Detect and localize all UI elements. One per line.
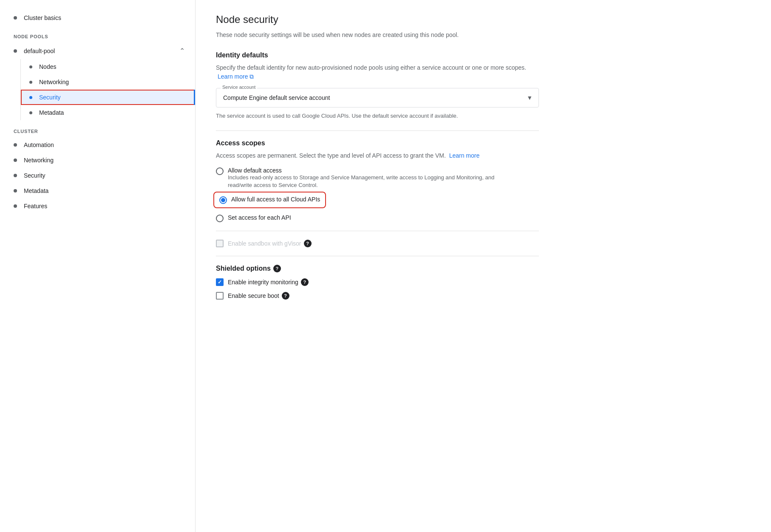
shielded-options-help-icon[interactable]: ? — [273, 265, 281, 272]
access-scopes-desc-text: Access scopes are permanent. Select the … — [216, 152, 446, 159]
radio-allow-full[interactable]: Allow full access to all Cloud APIs — [216, 194, 323, 206]
secure-boot-label: Enable secure boot — [228, 292, 279, 299]
radio-set-access[interactable]: Set access for each API — [216, 214, 751, 222]
access-scopes-radio-group: Allow default access Includes read-only … — [216, 167, 751, 222]
sidebar-item-features[interactable]: Features — [0, 198, 195, 214]
integrity-monitoring-label: Enable integrity monitoring — [228, 279, 298, 286]
sidebar-label-default-pool: default-pool — [24, 48, 55, 54]
main-content: Node security These node security settin… — [196, 0, 771, 532]
service-account-dropdown[interactable]: Service account Compute Engine default s… — [216, 88, 539, 108]
access-scopes-desc: Access scopes are permanent. Select the … — [216, 151, 539, 160]
sidebar: Cluster basics NODE POOLS default-pool ⌃… — [0, 0, 196, 532]
divider-1 — [216, 130, 539, 131]
radio-allow-default-input[interactable] — [216, 167, 224, 175]
sandbox-help-icon[interactable]: ? — [304, 240, 312, 247]
integrity-monitoring-option[interactable]: Enable integrity monitoring ? — [216, 278, 751, 286]
bullet-cluster-networking — [14, 158, 17, 162]
divider-2 — [216, 231, 539, 231]
sidebar-item-cluster-metadata[interactable]: Metadata — [0, 183, 195, 198]
access-scopes-learn-more-link[interactable]: Learn more — [449, 152, 480, 159]
sandbox-checkbox[interactable] — [216, 240, 224, 247]
cluster-header: CLUSTER — [0, 120, 195, 137]
sidebar-item-cluster-networking[interactable]: Networking — [0, 153, 195, 168]
sidebar-label-nodes: Nodes — [39, 63, 56, 70]
radio-allow-default-label: Allow default access — [228, 167, 517, 174]
access-scopes-title: Access scopes — [216, 139, 751, 147]
shielded-options-title: Shielded options — [216, 265, 271, 272]
shielded-options-header: Shielded options ? — [216, 265, 751, 272]
integrity-monitoring-help-icon[interactable]: ? — [301, 278, 309, 286]
radio-allow-full-label: Allow full access to all Cloud APIs — [231, 196, 320, 203]
node-pool-children: Nodes Networking Security Metadata — [20, 59, 195, 120]
sidebar-item-networking[interactable]: Networking — [21, 74, 195, 90]
service-account-select[interactable]: Compute Engine default service account — [216, 88, 539, 107]
bullet-cluster-basics — [14, 16, 17, 20]
sidebar-label-cluster-basics: Cluster basics — [24, 14, 61, 21]
radio-allow-default-labels: Allow default access Includes read-only … — [228, 167, 517, 189]
sidebar-label-automation: Automation — [24, 141, 54, 148]
sidebar-item-nodes[interactable]: Nodes — [21, 59, 195, 74]
bullet-networking — [29, 81, 32, 84]
bullet-default-pool — [14, 49, 17, 53]
sidebar-item-automation[interactable]: Automation — [0, 137, 195, 153]
sidebar-item-cluster-basics[interactable]: Cluster basics — [0, 10, 195, 25]
bullet-automation — [14, 143, 17, 147]
identity-learn-more-link[interactable]: Learn more ⧉ — [218, 73, 254, 80]
sidebar-label-metadata-nodepool: Metadata — [39, 109, 64, 116]
secure-boot-help-icon[interactable]: ? — [282, 292, 289, 300]
radio-allow-full-labels: Allow full access to all Cloud APIs — [231, 196, 320, 203]
divider-3 — [216, 256, 539, 256]
bullet-cluster-security — [14, 174, 17, 177]
sidebar-label-networking: Networking — [39, 79, 69, 85]
sandbox-label: Enable sandbox with gVisor — [228, 240, 301, 247]
sidebar-item-cluster-security[interactable]: Security — [0, 168, 195, 183]
page-title: Node security — [216, 14, 751, 25]
bullet-security-nodepool — [29, 96, 32, 99]
sidebar-item-metadata-nodepool[interactable]: Metadata — [21, 105, 195, 120]
identity-defaults-title: Identity defaults — [216, 51, 751, 59]
sandbox-checkbox-option[interactable]: Enable sandbox with gVisor ? — [216, 240, 751, 247]
bullet-cluster-metadata — [14, 189, 17, 192]
page-description: These node security settings will be use… — [216, 31, 539, 40]
bullet-features — [14, 204, 17, 208]
secure-boot-checkbox[interactable] — [216, 292, 224, 300]
service-account-label: Service account — [221, 85, 257, 90]
radio-set-access-input[interactable] — [216, 215, 224, 222]
sidebar-item-default-pool[interactable]: default-pool ⌃ — [0, 42, 195, 59]
radio-allow-default-sublabel: Includes read-only access to Storage and… — [228, 174, 517, 189]
active-indicator — [194, 90, 195, 105]
sidebar-label-cluster-networking: Networking — [24, 157, 54, 164]
sidebar-label-cluster-security: Security — [24, 172, 45, 179]
radio-allow-full-input[interactable] — [219, 196, 227, 204]
sidebar-label-cluster-metadata: Metadata — [24, 187, 48, 194]
radio-allow-default[interactable]: Allow default access Includes read-only … — [216, 167, 751, 189]
sidebar-label-features: Features — [24, 203, 47, 209]
identity-desc-text: Specify the default identity for new aut… — [216, 64, 526, 71]
sidebar-label-security-nodepool: Security — [39, 94, 61, 101]
secure-boot-option[interactable]: Enable secure boot ? — [216, 292, 751, 300]
bullet-metadata-nodepool — [29, 111, 32, 114]
identity-defaults-description: Specify the default identity for new aut… — [216, 63, 539, 81]
radio-set-access-labels: Set access for each API — [228, 214, 291, 221]
integrity-monitoring-checkbox[interactable] — [216, 278, 224, 286]
node-pools-header: NODE POOLS — [0, 25, 195, 42]
radio-set-access-label: Set access for each API — [228, 214, 291, 221]
sidebar-item-security-nodepool[interactable]: Security — [21, 90, 195, 105]
bullet-nodes — [29, 65, 32, 68]
service-account-helper: The service account is used to call Goog… — [216, 112, 539, 120]
chevron-up-icon: ⌃ — [179, 47, 185, 55]
